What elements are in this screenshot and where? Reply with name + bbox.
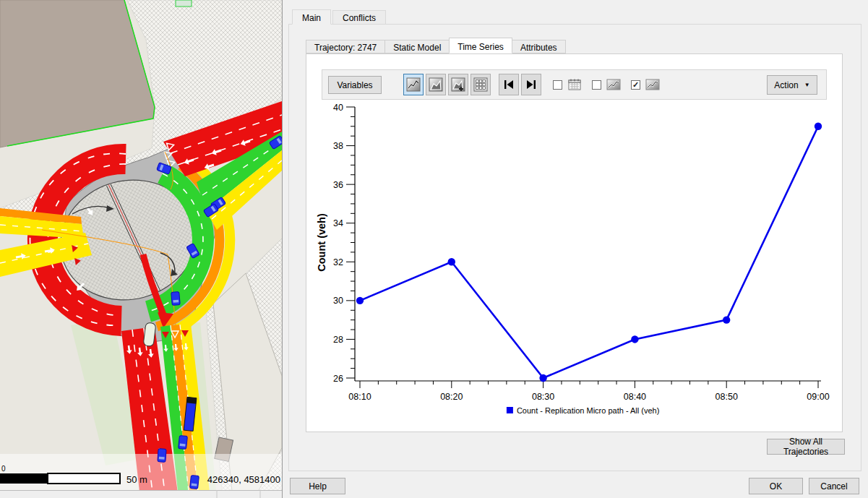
svg-text:40: 40 [333,103,343,113]
action-label: Action [774,80,798,90]
svg-text:08:40: 08:40 [624,392,646,402]
svg-text:30: 30 [333,296,343,306]
chart-toolbar: Variables [322,69,827,100]
show-count-series-checkbox[interactable]: ✓ [631,80,640,90]
cancel-button[interactable]: Cancel [809,478,859,494]
svg-text:36: 36 [333,180,343,190]
svg-text:Count (veh): Count (veh) [316,213,327,272]
map-bottom-ruler [0,490,282,498]
svg-text:08:30: 08:30 [532,392,554,402]
calendar-icon [567,78,582,91]
scale-label: 50 m [126,474,147,485]
svg-text:08:20: 08:20 [440,392,463,402]
area-chart-add-view-button[interactable] [448,74,468,95]
map-view[interactable]: 0 50 m 426340, 4581400 [0,0,282,498]
ok-button[interactable]: OK [749,478,803,494]
skip-last-button[interactable] [521,74,541,95]
tab-trajectory[interactable]: Trajectory: 2747 [306,40,385,53]
show-calendar-checkbox[interactable] [553,80,562,90]
area-chart-view-button[interactable] [426,74,446,95]
svg-text:32: 32 [333,257,343,267]
grid-table-view-button[interactable] [470,74,491,95]
svg-text:08:10: 08:10 [348,392,371,402]
time-series-panel: Variables [306,53,843,432]
line-chart-small-icon [606,78,621,91]
tab-conflicts[interactable]: Conflicts [332,10,386,25]
svg-text:09:00: 09:00 [807,392,829,402]
application-window: 0 50 m 426340, 4581400 Main Conflicts Tr… [0,0,868,498]
pane-divider [282,0,283,498]
tab-attributes[interactable]: Attributes [512,40,566,53]
trajectory-dialog: Main Conflicts Trajectory: 2747 Static M… [283,0,868,498]
action-dropdown-button[interactable]: Action ▼ [767,75,817,95]
svg-text:38: 38 [333,141,343,151]
svg-text:08:50: 08:50 [716,392,738,402]
show-series-checkbox[interactable] [592,80,601,90]
tab-time-series[interactable]: Time Series [449,38,512,53]
line-chart-small-icon-2 [645,78,660,91]
line-chart-view-button[interactable] [403,74,424,95]
tab-static-model[interactable]: Static Model [384,40,450,53]
skip-first-button[interactable] [499,74,519,95]
help-button[interactable]: Help [290,478,345,494]
time-series-chart: 262830323436384008:1008:2008:3008:4008:5… [306,101,842,432]
roundabout-map[interactable]: 0 50 m 426340, 4581400 [0,0,282,498]
svg-text:Count - Replication Micro path: Count - Replication Micro path - All (ve… [517,406,659,415]
show-all-trajectories-button[interactable]: Show All Trajectories [767,439,845,455]
inner-tab-bar: Trajectory: 2747 Static Model Time Serie… [306,40,565,53]
chevron-down-icon: ▼ [804,82,810,88]
tab-main[interactable]: Main [292,9,331,25]
variables-button[interactable]: Variables [328,76,382,94]
map-coordinates: 426340, 4581400 [207,474,280,485]
scale-zero-label: 0 [1,465,6,473]
svg-text:28: 28 [333,335,343,345]
dialog-tab-bar: Main Conflicts [292,10,387,25]
svg-text:34: 34 [333,218,343,228]
svg-text:26: 26 [333,374,343,384]
